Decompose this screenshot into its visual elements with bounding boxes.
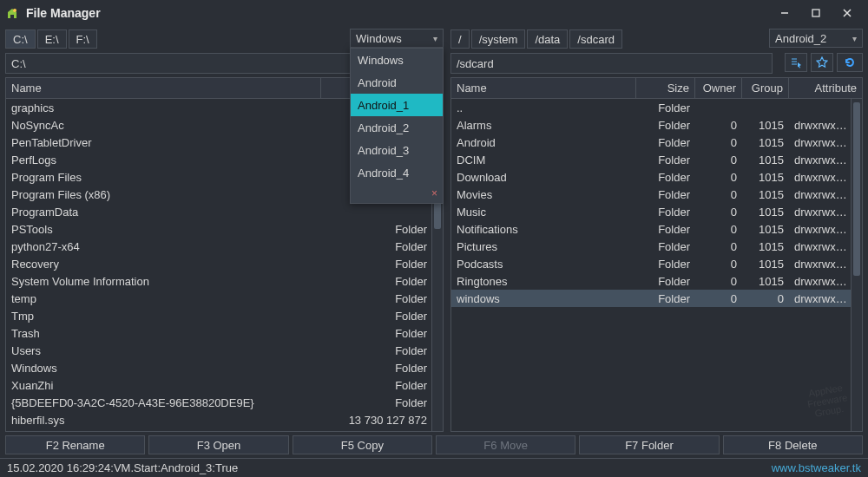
cell-name: XuanZhi [6, 379, 321, 392]
dropdown-close-icon[interactable]: × [431, 187, 437, 199]
cell-size: Folder [321, 396, 443, 409]
cell-name: System Volume Information [6, 275, 321, 288]
cell-owner: 0 [695, 136, 742, 149]
file-row[interactable]: XuanZhiFolder [6, 376, 443, 394]
cell-name: Pictures [451, 240, 636, 253]
cell-group: 1015 [742, 136, 789, 149]
cell-owner: 0 [695, 258, 742, 271]
chevron-down-icon: ▾ [433, 34, 437, 43]
file-row[interactable]: AlarmsFolder01015drwxrwx--x [451, 116, 862, 134]
favorite-button[interactable] [811, 53, 833, 72]
cell-size: 13 730 127 872 [321, 414, 443, 427]
file-row[interactable]: AndroidFolder01015drwxrwx--x [451, 134, 862, 151]
file-row[interactable]: ..Folder [451, 99, 862, 116]
file-row[interactable]: UsersFolder [6, 342, 443, 359]
close-button[interactable] [832, 1, 863, 25]
cell-size: Folder [636, 275, 695, 288]
fn-button[interactable]: F5 Copy [293, 435, 432, 454]
file-row[interactable]: MusicFolder01015drwxrwx--x [451, 203, 862, 220]
drive-tab[interactable]: F:\ [69, 29, 97, 49]
right-breadcrumb-bar: //system/data/sdcard Android_2 ▾ [450, 29, 863, 49]
cell-name: Notifications [451, 223, 636, 236]
cell-name: Program Files (x86) [6, 188, 321, 201]
col-group[interactable]: Group [742, 78, 789, 98]
right-path-input[interactable]: /sdcard [450, 53, 773, 74]
right-scrollbar[interactable] [851, 99, 862, 431]
cell-size: Folder [636, 154, 695, 167]
cell-group: 1015 [742, 240, 789, 253]
function-button-bar: F2 RenameF3 OpenF5 CopyF6 MoveF7 FolderF… [0, 432, 868, 458]
file-row[interactable]: System Volume InformationFolder [6, 272, 443, 290]
col-size[interactable]: Size [636, 78, 695, 98]
cell-size: Folder [321, 292, 443, 305]
dropdown-option[interactable]: Android_4 [351, 161, 443, 184]
fn-button[interactable]: F3 Open [148, 435, 288, 454]
website-link[interactable]: www.bstweaker.tk [772, 461, 861, 474]
cell-owner: 0 [695, 240, 742, 253]
file-row[interactable]: DownloadFolder01015drwxrwx--x [451, 168, 862, 186]
col-owner[interactable]: Owner [695, 78, 742, 98]
cell-group: 1015 [742, 188, 789, 201]
dropdown-option[interactable]: Android_1 [351, 94, 443, 116]
breadcrumb-segment[interactable]: / [450, 29, 470, 49]
cell-name: DCIM [451, 154, 636, 167]
drive-tab[interactable]: E:\ [37, 29, 67, 49]
file-row[interactable]: python27-x64Folder [6, 238, 443, 255]
cell-owner: 0 [695, 275, 742, 288]
status-text: 15.02.2020 16:29:24:VM.Start:Android_3:T… [7, 461, 238, 474]
dropdown-option[interactable]: Windows [351, 49, 443, 71]
file-row[interactable]: RecoveryFolder [6, 255, 443, 272]
dropdown-option[interactable]: Android_3 [351, 139, 443, 161]
cell-owner: 0 [695, 154, 742, 167]
app-logo-icon [5, 6, 19, 20]
dropdown-option[interactable]: Android [351, 71, 443, 94]
file-row[interactable]: {5BDEEFD0-3A2C-4520-A43E-96E38820DE9E}Fo… [6, 394, 443, 411]
file-row[interactable]: MoviesFolder01015drwxrwx--x [451, 186, 862, 203]
cell-name: PenTabletDriver [6, 136, 321, 149]
select-mode-button[interactable] [785, 53, 807, 72]
fn-button[interactable]: F8 Delete [723, 435, 863, 454]
cell-name: windows [451, 292, 636, 305]
cell-name: Download [451, 171, 636, 184]
col-name[interactable]: Name [451, 78, 636, 98]
right-system-selected: Android_2 [775, 32, 826, 45]
right-file-list[interactable]: ..FolderAlarmsFolder01015drwxrwx--xAndro… [451, 99, 862, 431]
breadcrumb-segment[interactable]: /system [471, 29, 526, 49]
maximize-button[interactable] [800, 1, 832, 25]
breadcrumb-segment[interactable]: /sdcard [569, 29, 622, 49]
col-name[interactable]: Name [6, 78, 321, 98]
list-cursor-icon [790, 56, 802, 69]
file-row[interactable]: hiberfil.sys13 730 127 872 [6, 411, 443, 428]
left-system-select[interactable]: Windows ▾ WindowsAndroidAndroid_1Android… [350, 29, 444, 49]
file-row[interactable]: RingtonesFolder01015drwxrwx--x [451, 272, 862, 290]
refresh-button[interactable] [837, 53, 863, 72]
cell-name: Movies [451, 188, 636, 201]
file-row[interactable]: windowsFolder00drwxrwxr-x [451, 290, 862, 307]
cell-name: {5BDEEFD0-3A2C-4520-A43E-96E38820DE9E} [6, 396, 321, 409]
file-row[interactable]: PodcastsFolder01015drwxrwx--x [451, 255, 862, 272]
file-row[interactable]: tempFolder [6, 290, 443, 307]
file-row[interactable]: TmpFolder [6, 307, 443, 324]
file-row[interactable]: DCIMFolder01015drwxrwx--x [451, 151, 862, 168]
file-row[interactable]: WindowsFolder [6, 359, 443, 376]
file-row[interactable]: ProgramData [6, 203, 443, 220]
window-title: File Manager [26, 6, 101, 20]
dropdown-option[interactable]: Android_2 [351, 116, 443, 139]
right-system-select[interactable]: Android_2 ▾ [769, 29, 863, 49]
col-attribute[interactable]: Attribute [789, 78, 862, 98]
cell-name: Tmp [6, 310, 321, 323]
file-row[interactable]: NotificationsFolder01015drwxrwx--x [451, 220, 862, 238]
cell-size: Folder [321, 275, 443, 288]
left-system-dropdown[interactable]: WindowsAndroidAndroid_1Android_2Android_… [350, 48, 444, 204]
file-row[interactable]: PicturesFolder01015drwxrwx--x [451, 238, 862, 255]
cell-name: Alarms [451, 119, 636, 132]
fn-button[interactable]: F7 Folder [579, 435, 719, 454]
drive-tab[interactable]: C:\ [5, 29, 36, 49]
fn-button[interactable]: F2 Rename [5, 435, 145, 454]
file-row[interactable]: TrashFolder [6, 324, 443, 342]
breadcrumb-segment[interactable]: /data [527, 29, 568, 49]
cell-owner: 0 [695, 206, 742, 219]
minimize-button[interactable] [769, 1, 800, 25]
file-row[interactable]: PSToolsFolder [6, 220, 443, 238]
cell-size: Folder [636, 223, 695, 236]
